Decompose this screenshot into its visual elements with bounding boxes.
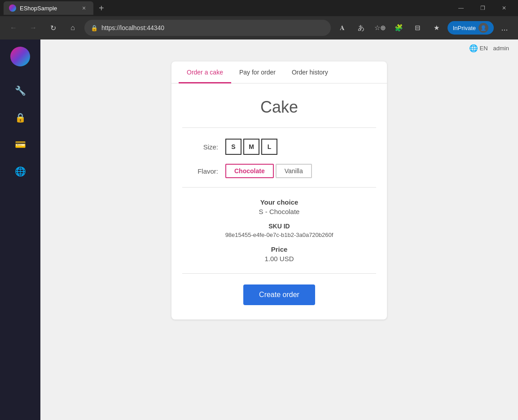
divider-3 [182,273,376,274]
size-row: Size: S M L [182,139,376,155]
cake-title: Cake [182,98,376,117]
lock-icon: 🔒 [91,25,98,31]
restore-button[interactable]: ❐ [472,0,493,16]
tab-pay-for-order[interactable]: Pay for order [231,61,284,83]
user-avatar: 👤 [478,23,488,33]
lock-icon: 🔒 [15,112,26,123]
size-label: Size: [182,143,218,151]
card-icon: 💳 [15,139,26,150]
favorite-add-button[interactable]: ☆⊕ [372,20,388,36]
admin-link[interactable]: admin [493,45,509,52]
flavor-row: Flavor: Chocolate Vanilla [182,164,376,178]
language-selector[interactable]: 🌐 EN [469,44,488,52]
create-order-button[interactable]: Create order [243,284,315,305]
divider-1 [182,127,376,128]
sidebar-item-payments[interactable]: 💳 [10,135,30,154]
sidebar-item-security[interactable]: 🔒 [10,108,30,127]
tab-favicon [9,4,16,12]
window-controls: — ❐ ✕ [451,0,514,16]
choice-value: S - Chocolate [182,208,376,215]
sku-value: 98e15455-e4fe-0e7c-b1b2-3a0a720b260f [182,232,376,238]
globe-icon: 🌐 [469,44,478,52]
wrench-icon: 🔧 [15,85,26,96]
main-card: Order a cake Pay for order Order history… [171,61,387,319]
tab-order-history[interactable]: Order history [284,61,336,83]
inprivate-label: InPrivate [453,25,476,31]
favorites-button[interactable]: ★ [429,20,445,36]
price-label: Price [182,245,376,253]
app-logo[interactable] [10,47,30,66]
translate-button[interactable]: あ [353,20,369,36]
tab-title: EShopSample [20,5,76,12]
back-button[interactable]: ← [5,20,22,36]
nav-right-controls: 𝐀 あ ☆⊕ 🧩 ⊟ ★ InPrivate 👤 ... [334,20,513,36]
size-s-button[interactable]: S [225,139,241,155]
price-value: 1.00 USD [182,255,376,262]
size-l-button[interactable]: L [261,139,277,155]
new-tab-button[interactable]: + [99,3,104,13]
flavor-vanilla-button[interactable]: Vanilla [276,164,312,178]
inprivate-button[interactable]: InPrivate 👤 [448,21,494,35]
your-choice-heading: Your choice [182,198,376,206]
card-area: Order a cake Pay for order Order history… [40,57,518,337]
reading-view-button[interactable]: ⊟ [410,20,426,36]
extensions-button[interactable]: 🧩 [391,20,407,36]
tabs-bar: Order a cake Pay for order Order history [171,61,387,83]
flavor-buttons: Chocolate Vanilla [225,164,312,178]
more-button[interactable]: ... [496,20,513,36]
page-content: 🌐 EN admin Order a cake Pay for order Or… [40,39,518,420]
choice-section: Your choice S - Chocolate SKU ID 98e1545… [182,198,376,262]
address-bar[interactable]: 🔒 https://localhost:44340 [84,20,331,36]
flavor-label: Flavor: [182,167,218,175]
close-button[interactable]: ✕ [494,0,514,16]
sidebar: 🔧 🔒 💳 🌐 [0,39,40,420]
size-m-button[interactable]: M [243,139,259,155]
navbar: ← → ↻ ⌂ 🔒 https://localhost:44340 𝐀 あ ☆⊕… [0,16,518,39]
page-header: 🌐 EN admin [40,39,518,57]
globe-icon: 🌐 [15,166,26,177]
read-aloud-button[interactable]: 𝐀 [334,20,351,36]
sidebar-item-tools[interactable]: 🔧 [10,81,30,101]
divider-2 [182,187,376,188]
forward-button[interactable]: → [25,20,41,36]
size-buttons: S M L [225,139,277,155]
address-text: https://localhost:44340 [101,24,164,31]
card-body: Cake Size: S M L Flavor: [171,83,387,319]
refresh-button[interactable]: ↻ [45,20,61,36]
app-layout: 🔧 🔒 💳 🌐 🌐 EN admin Order a cake [0,39,518,420]
browser-tab[interactable]: EShopSample × [4,1,93,15]
sku-label: SKU ID [182,223,376,230]
language-label: EN [480,45,488,52]
sidebar-item-globe[interactable]: 🌐 [10,162,30,181]
tab-close-button[interactable]: × [80,4,88,12]
home-button[interactable]: ⌂ [65,20,81,36]
minimize-button[interactable]: — [451,0,471,16]
flavor-chocolate-button[interactable]: Chocolate [225,164,274,178]
titlebar: EShopSample × + — ❐ ✕ [0,0,518,16]
tab-order-cake[interactable]: Order a cake [179,61,231,83]
